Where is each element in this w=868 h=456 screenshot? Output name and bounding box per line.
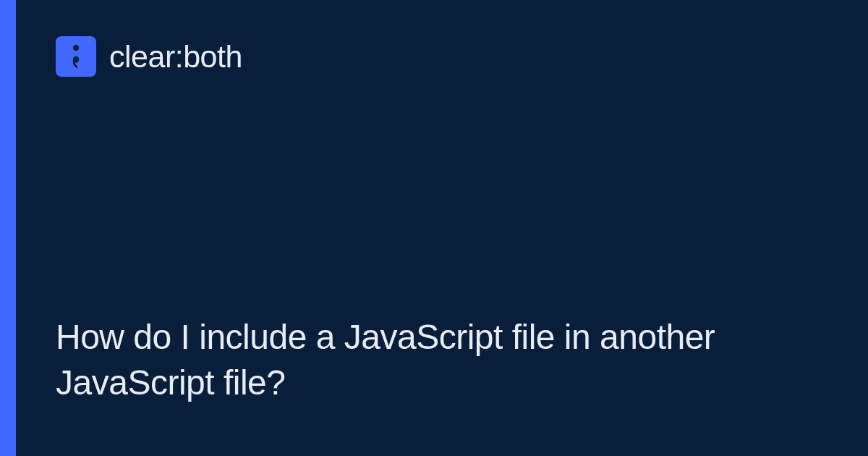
spacer — [56, 77, 828, 315]
logo-icon — [56, 36, 96, 77]
accent-bar — [0, 0, 16, 456]
content-area: clear:both How do I include a JavaScript… — [16, 0, 868, 456]
svg-point-0 — [73, 45, 79, 51]
semicolon-icon — [66, 42, 86, 71]
page-heading: How do I include a JavaScript file in an… — [56, 315, 779, 405]
header: clear:both — [56, 36, 828, 77]
brand-name: clear:both — [109, 39, 242, 75]
